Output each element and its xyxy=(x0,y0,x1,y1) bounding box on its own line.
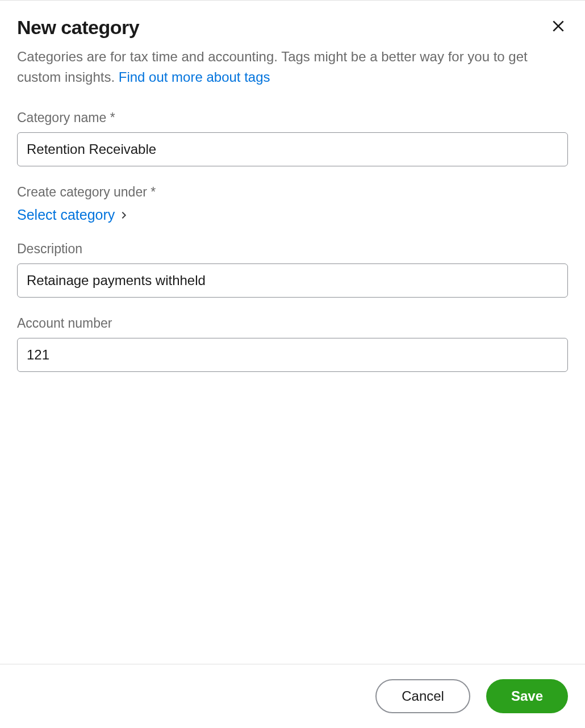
save-button[interactable]: Save xyxy=(486,679,568,713)
create-under-label: Create category under * xyxy=(17,185,568,200)
category-name-input[interactable] xyxy=(17,132,568,166)
create-under-field: Create category under * Select category xyxy=(17,185,568,223)
account-number-field: Account number xyxy=(17,316,568,372)
description-input[interactable] xyxy=(17,263,568,298)
dialog-subtitle: Categories are for tax time and accounti… xyxy=(17,47,568,87)
category-name-label: Category name * xyxy=(17,110,568,125)
description-field: Description xyxy=(17,241,568,298)
header-row: New category xyxy=(17,16,568,39)
close-icon[interactable] xyxy=(549,16,568,39)
tags-link[interactable]: Find out more about tags xyxy=(119,69,270,85)
dialog-content: New category Categories are for tax time… xyxy=(0,1,585,664)
cancel-button[interactable]: Cancel xyxy=(375,679,470,713)
select-category-text: Select category xyxy=(17,207,115,223)
description-label: Description xyxy=(17,241,568,257)
chevron-right-icon xyxy=(119,211,128,220)
dialog-footer: Cancel Save xyxy=(0,664,585,728)
category-name-field: Category name * xyxy=(17,110,568,166)
account-number-input[interactable] xyxy=(17,338,568,372)
select-category-link[interactable]: Select category xyxy=(17,207,128,223)
account-number-label: Account number xyxy=(17,316,568,331)
subtitle-text: Categories are for tax time and accounti… xyxy=(17,49,528,85)
dialog-title: New category xyxy=(17,16,139,39)
